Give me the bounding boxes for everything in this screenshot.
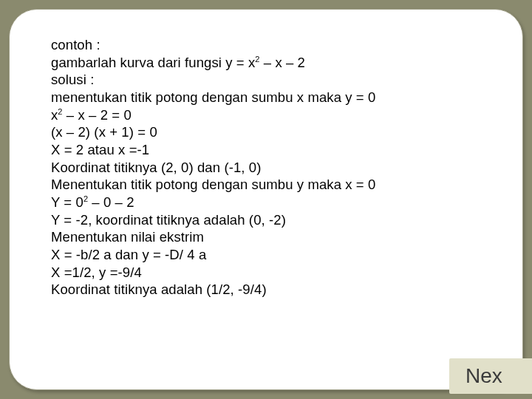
- text-line: X = 2 atau x =-1: [51, 141, 487, 159]
- text-line: Menentukan titik potong dengan sumbu y m…: [51, 176, 487, 194]
- math-content: contoh : gambarlah kurva dari fungsi y =…: [51, 36, 487, 299]
- text-line: (x – 2) (x + 1) = 0: [51, 123, 487, 141]
- text-line: Koordinat titiknya adalah (1/2, -9/4): [51, 281, 487, 299]
- text-span: Y = 0: [51, 194, 83, 210]
- next-button[interactable]: Nex: [449, 358, 532, 394]
- text-line: Koordinat titiknya (2, 0) dan (-1, 0): [51, 159, 487, 177]
- text-span: gambarlah kurva dari fungsi y = x: [51, 55, 255, 70]
- text-line: solusi :: [51, 71, 487, 89]
- text-span: – x – 2: [260, 55, 305, 70]
- text-line: Y = -2, koordinat titiknya adalah (0, -2…: [51, 211, 487, 229]
- text-line: x2 – x – 2 = 0: [51, 106, 487, 124]
- next-button-label: Nex: [466, 364, 502, 388]
- text-line: gambarlah kurva dari fungsi y = x2 – x –…: [51, 54, 487, 72]
- text-line: Menentukan nilai ekstrim: [51, 228, 487, 246]
- text-line: menentukan titik potong dengan sumbu x m…: [51, 89, 487, 106]
- text-span: – 0 – 2: [88, 194, 134, 210]
- text-line: contoh :: [51, 36, 487, 54]
- text-line: X =1/2, y =-9/4: [51, 264, 487, 282]
- text-span: – x – 2 = 0: [63, 107, 132, 123]
- slide-card: contoh : gambarlah kurva dari fungsi y =…: [9, 9, 523, 390]
- text-line: X = -b/2 a dan y = -D/ 4 a: [51, 246, 487, 264]
- text-span: x: [51, 107, 58, 123]
- text-line: Y = 02 – 0 – 2: [51, 194, 487, 211]
